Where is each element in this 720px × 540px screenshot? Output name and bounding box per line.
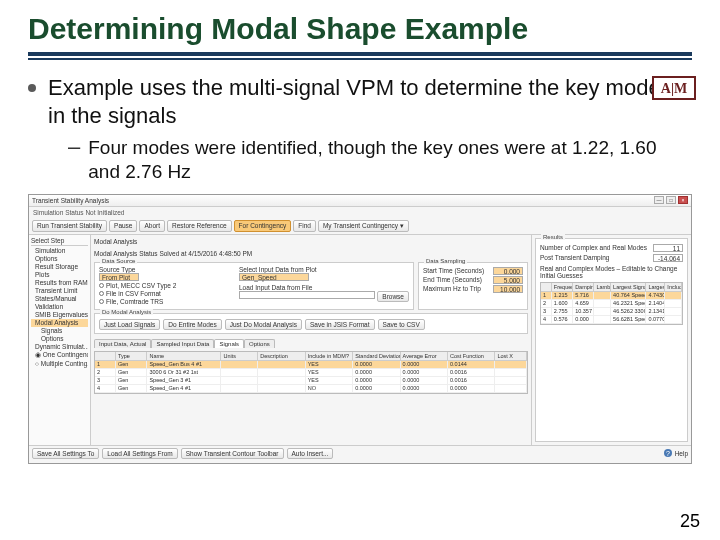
sidebar-title: Select Step: [31, 237, 88, 246]
titlebar: Transient Stability Analysis — □ ×: [29, 195, 691, 207]
table-row[interactable]: 2 Gen 3000 6 Or 31 #2 1st YES 0.0000 0.0…: [95, 369, 527, 377]
table-row[interactable]: 3 2.755 10.357 46.5262 33000 6 Or 31 2.1…: [541, 308, 682, 316]
th: Largest Signal Name (Weighted %): [611, 283, 646, 292]
minimize-button[interactable]: —: [654, 196, 664, 204]
sub-bullet-text: Four modes were identified, though the k…: [88, 136, 692, 184]
results-table[interactable]: Frequency (Hz) Damping (%) Lambda Larges…: [540, 282, 683, 325]
pause-button[interactable]: Pause: [109, 220, 137, 232]
sidebar-item[interactable]: Transient Limit: [31, 287, 88, 295]
th: Cost Function: [448, 352, 495, 361]
sidebar-item[interactable]: Dynamic Simulat...: [31, 343, 88, 351]
section-label: Modal Analysis: [94, 238, 528, 245]
legend: Data Source: [100, 258, 137, 264]
modal-status: Modal Analysis Status Solved at 4/15/201…: [94, 250, 528, 257]
auto-insert-button[interactable]: Auto Insert...: [287, 448, 334, 459]
bottom-bar: Save All Settings To Load All Settings F…: [29, 445, 691, 461]
end-time-input[interactable]: 5.000: [493, 276, 523, 284]
save-csv-button[interactable]: Save to CSV: [378, 319, 425, 330]
sidebar-subitem[interactable]: Options: [31, 335, 88, 343]
sampling-group: Data Sampling Start Time (Seconds)0.000 …: [418, 262, 528, 310]
find-button[interactable]: Find: [293, 220, 316, 232]
modal-analysis-button[interactable]: Just Do Modal Analysis: [225, 319, 302, 330]
sidebar-item[interactable]: ○ Multiple Conting...: [31, 360, 88, 368]
plot-select[interactable]: Gen_Speed: [239, 273, 309, 281]
table-row[interactable]: 3 Gen Speed_Gen 3 #1 YES 0.0000 0.0000 0…: [95, 377, 527, 385]
table-row[interactable]: 2 1.600 4.659 46.2321 Speed, Gen 3 2.140…: [541, 300, 682, 308]
save-settings-button[interactable]: Save All Settings To: [32, 448, 99, 459]
save-jsis-button[interactable]: Save in JSIS Format: [305, 319, 375, 330]
results-panel: Results Number of Complex and Real Modes…: [531, 235, 691, 445]
signals-table[interactable]: Type Name Units Description Include in M…: [94, 351, 528, 394]
radio-opt[interactable]: File in CSV Format: [106, 290, 161, 297]
tab-signals[interactable]: Signals: [214, 339, 244, 348]
close-button[interactable]: ×: [678, 196, 688, 204]
legend: Data Sampling: [424, 258, 467, 264]
sidebar-item[interactable]: Result Storage: [31, 263, 88, 271]
table-row[interactable]: 4 0.576 0.000 56.6281 Speed, Gen 4 0.077…: [541, 316, 682, 324]
th: Type: [116, 352, 148, 361]
start-time-input[interactable]: 0.000: [493, 267, 523, 275]
maximize-button[interactable]: □: [666, 196, 676, 204]
main-panel: Modal Analysis Modal Analysis Status Sol…: [91, 235, 531, 445]
sidebar-item[interactable]: Simulation: [31, 247, 88, 255]
bullet-text: Example uses the multi-signal VPM to det…: [48, 74, 692, 130]
tab[interactable]: Sampled Input Data: [151, 339, 214, 348]
help-icon: ?: [663, 448, 673, 458]
th: Description: [258, 352, 305, 361]
label: Maximum Hz to Trip: [423, 285, 489, 293]
legend: Do Modal Analysis: [100, 309, 153, 315]
label: End Time (Seconds): [423, 276, 489, 284]
file-input[interactable]: [239, 291, 375, 299]
plot-select-label: Select Input Data from Plot: [239, 266, 409, 273]
sidebar-subitem[interactable]: Signals: [31, 327, 88, 335]
sidebar-item[interactable]: Results from RAM: [31, 279, 88, 287]
contour-toolbar-button[interactable]: Show Transient Contour Toolbar: [181, 448, 284, 459]
sidebar-item[interactable]: Validation: [31, 303, 88, 311]
th: Include in MDM?: [306, 352, 353, 361]
table-row[interactable]: 4 Gen Speed_Gen 4 #1 NO 0.0000 0.0000 0.…: [95, 385, 527, 393]
th: [541, 283, 552, 292]
tab[interactable]: Options: [244, 339, 275, 348]
th: Average Error: [401, 352, 448, 361]
th: Name: [147, 352, 221, 361]
do-modes-button[interactable]: Do Entire Modes: [163, 319, 221, 330]
source-type-select[interactable]: From Plot: [99, 273, 139, 281]
results-table-label: Real and Complex Modes – Editable to Cha…: [540, 265, 683, 279]
divider-thick: [28, 52, 692, 56]
load-settings-button[interactable]: Load All Settings From: [102, 448, 177, 459]
transient-dropdown[interactable]: My Transient Contingency ▾: [318, 220, 409, 232]
load-signals-button[interactable]: Just Load Signals: [99, 319, 160, 330]
sidebar-item[interactable]: Options: [31, 255, 88, 263]
sidebar-item-modal[interactable]: Modal Analysis: [31, 319, 88, 327]
app-window: Transient Stability Analysis — □ × Simul…: [28, 194, 692, 464]
sidebar-item[interactable]: States/Manual: [31, 295, 88, 303]
help-button[interactable]: ? Help: [663, 448, 688, 458]
browse-button[interactable]: Browse: [377, 291, 409, 302]
run-button[interactable]: Run Transient Stability: [32, 220, 107, 232]
restore-button[interactable]: Restore Reference: [167, 220, 232, 232]
data-tabs: Input Data, Actual Sampled Input Data Si…: [94, 339, 528, 348]
sidebar-item[interactable]: ◉ One Contingency: [31, 351, 88, 360]
divider-thin: [28, 58, 692, 60]
contingency-button[interactable]: For Contingency: [234, 220, 292, 232]
legend: Results: [541, 234, 565, 240]
table-row[interactable]: 1 Gen Speed_Gen Bus 4 #1 YES 0.0000 0.00…: [95, 361, 527, 369]
svg-text:A|M: A|M: [661, 81, 687, 96]
table-row[interactable]: 1 1.215 5.716 40.764 Speed, Gen 4 4.7430: [541, 292, 682, 300]
sidebar-item[interactable]: Plots: [31, 271, 88, 279]
th: Largest Weight: [646, 283, 665, 292]
radio-opt[interactable]: File, Comtrade TRS: [106, 298, 163, 305]
actions-group: Do Modal Analysis Just Load Signals Do E…: [94, 313, 528, 334]
results-group: Results Number of Complex and Real Modes…: [535, 238, 688, 442]
window-title: Transient Stability Analysis: [32, 197, 109, 204]
max-hz-input[interactable]: 10.000: [493, 285, 523, 293]
step-sidebar: Select Step Simulation Options Result St…: [29, 235, 91, 445]
main-toolbar: Run Transient Stability Pause Abort Rest…: [29, 218, 691, 235]
page-number: 25: [680, 511, 700, 532]
radio-opt[interactable]: Plot, MECC CSV Type 2: [106, 282, 176, 289]
slide-title: Determining Modal Shape Example: [28, 12, 692, 46]
th: Units: [221, 352, 258, 361]
tab[interactable]: Input Data, Actual: [94, 339, 151, 348]
sidebar-item[interactable]: SMIB Eigenvalues: [31, 311, 88, 319]
abort-button[interactable]: Abort: [139, 220, 165, 232]
